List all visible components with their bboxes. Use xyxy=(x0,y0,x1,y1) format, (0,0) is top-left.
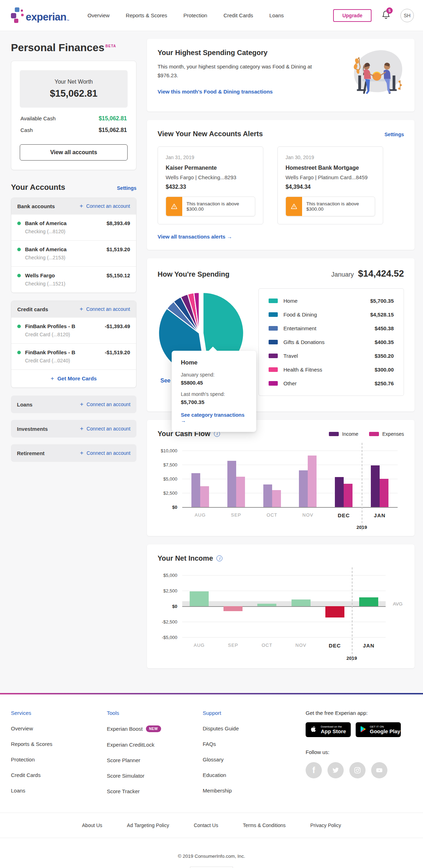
expenses-bar-nov[interactable] xyxy=(308,456,317,507)
connect-account-link[interactable]: + Connect an account xyxy=(80,401,130,408)
experian-logo[interactable]: experian ™ xyxy=(11,7,69,24)
net-worth-row-value: $15,062.81 xyxy=(99,127,127,133)
account-row[interactable]: Bank of America$8,393.49Checking (...812… xyxy=(11,214,136,240)
instagram-icon[interactable] xyxy=(349,762,366,778)
see-spending-link-partial[interactable]: See xyxy=(160,378,170,384)
net-income-bar-dec[interactable] xyxy=(325,606,344,617)
income-bar-nov[interactable] xyxy=(299,470,308,507)
legend-row[interactable]: Home$5,700.35 xyxy=(269,294,394,308)
alert-card[interactable]: Jan 31, 2019Kaiser PermanenteWells Fargo… xyxy=(158,146,263,224)
footer-link-loans[interactable]: Loans xyxy=(11,788,107,794)
expenses-bar-oct[interactable] xyxy=(272,490,281,507)
connect-account-link[interactable]: + Connect an account xyxy=(80,306,130,313)
nav-item-credit-cards[interactable]: Credit Cards xyxy=(223,12,253,18)
account-row[interactable]: FinBank Profiles - B-$1,519.20Credit Car… xyxy=(11,343,136,369)
mcafee-secure-badge[interactable]: McAfee SECURE xyxy=(190,867,233,868)
footer-link-overview[interactable]: Overview xyxy=(11,725,107,731)
nav-item-overview[interactable]: Overview xyxy=(87,12,110,18)
legend-row[interactable]: Food & Dining$4,528.15 xyxy=(269,308,394,321)
footer-column-title[interactable]: Support xyxy=(203,710,299,716)
logo-trademark: ™ xyxy=(66,19,69,24)
legal-link-privacy-policy[interactable]: Privacy Policy xyxy=(310,822,341,828)
legal-link-contact-us[interactable]: Contact Us xyxy=(194,822,218,828)
get-more-cards-link[interactable]: + Get More Cards xyxy=(11,369,136,387)
legend-row[interactable]: Gifts & Donations$400.35 xyxy=(269,335,394,349)
net-income-bar-sep[interactable] xyxy=(223,606,243,611)
footer-link-score-simulator[interactable]: Score Simulator xyxy=(107,773,203,779)
footer-columns: ServicesOverviewReports & ScoresProtecti… xyxy=(11,710,299,794)
view-all-transaction-alerts-link[interactable]: View all transactions alerts → xyxy=(158,234,232,240)
alert-merchant: Kaiser Permanente xyxy=(166,165,255,171)
alerts-settings-link[interactable]: Settings xyxy=(385,132,404,137)
legend-row[interactable]: Other$250.76 xyxy=(269,376,394,390)
footer-link-faqs[interactable]: FAQs xyxy=(203,741,299,747)
footer-link-score-planner[interactable]: Score Planner xyxy=(107,757,203,763)
footer-link-education[interactable]: Education xyxy=(203,772,299,778)
footer-link-protection[interactable]: Protection xyxy=(11,757,107,762)
connect-account-link[interactable]: + Connect an account xyxy=(80,450,130,457)
net-worth-value: $15,062.81 xyxy=(24,88,123,99)
footer-link-experian-creditlock[interactable]: Experian CreditLock xyxy=(107,742,203,748)
twitter-icon[interactable] xyxy=(327,762,344,778)
connect-account-link[interactable]: + Connect an account xyxy=(80,425,130,432)
see-category-transactions-link[interactable]: See category transactions → xyxy=(181,412,247,423)
net-income-bar-nov[interactable] xyxy=(292,599,311,606)
footer-column-tools: ToolsExperian BoostNEWExperian CreditLoc… xyxy=(107,710,203,794)
legend-row[interactable]: Entertainment$450.38 xyxy=(269,321,394,335)
avatar[interactable]: SH xyxy=(400,9,414,22)
footer-link-experian-boost[interactable]: Experian BoostNEW xyxy=(107,725,203,732)
legend-row[interactable]: Health & Fitness$300.00 xyxy=(269,363,394,376)
accounts-settings-link[interactable]: Settings xyxy=(117,185,136,191)
footer: ServicesOverviewReports & ScoresProtecti… xyxy=(0,694,423,868)
facebook-icon[interactable]: f xyxy=(306,762,322,778)
info-icon[interactable] xyxy=(216,555,222,561)
legal-link-terms-conditions[interactable]: Terms & Conditions xyxy=(243,822,286,828)
notifications-button[interactable]: 5 xyxy=(381,10,391,21)
footer-link-disputes-guide[interactable]: Disputes Guide xyxy=(203,725,299,731)
google-play-badge[interactable]: GET IT ONGoogle Play xyxy=(356,722,401,737)
legal-link-about-us[interactable]: About Us xyxy=(82,822,103,828)
income-bar-dec[interactable] xyxy=(335,477,344,507)
footer-link-reports-scores[interactable]: Reports & Scores xyxy=(11,741,107,747)
expenses-bar-dec[interactable] xyxy=(344,484,352,507)
connect-account-link[interactable]: + Connect an account xyxy=(80,203,130,210)
nav-item-loans[interactable]: Loans xyxy=(269,12,284,18)
upgrade-button[interactable]: Upgrade xyxy=(333,9,372,22)
alert-card[interactable]: Jan 30, 2019Homestreet Bank MortgageWell… xyxy=(277,146,383,224)
expenses-bar-aug[interactable] xyxy=(200,486,209,507)
footer-app-block: Get the free Experian app: Download on t… xyxy=(306,710,412,794)
footer-link-credit-cards[interactable]: Credit Cards xyxy=(11,772,107,778)
app-store-badge[interactable]: Download on theApp Store xyxy=(306,722,351,737)
view-all-accounts-button[interactable]: View all accounts xyxy=(20,144,128,161)
income-bar-aug[interactable] xyxy=(191,473,200,507)
legend-row[interactable]: Travel$350.20 xyxy=(269,349,394,363)
nav-item-protection[interactable]: Protection xyxy=(183,12,207,18)
net-income-bar-aug[interactable] xyxy=(190,591,209,606)
net-income-bar-jan[interactable] xyxy=(359,597,378,606)
expenses-bar-sep[interactable] xyxy=(236,477,245,507)
header-actions: Upgrade 5 SH xyxy=(333,9,414,22)
footer-column-title[interactable]: Tools xyxy=(107,710,203,716)
footer-link-glossary[interactable]: Glossary xyxy=(203,757,299,762)
nav-item-reports-scores[interactable]: Reports & Scores xyxy=(126,12,167,18)
alert-warning: This transaction is above $300.00 xyxy=(166,197,255,216)
tooltip-value-1: $5800.45 xyxy=(181,380,247,386)
footer-link-membership[interactable]: Membership xyxy=(203,788,299,794)
account-group-header: Credit cards+ Connect an account xyxy=(11,301,136,317)
income-bar-oct[interactable] xyxy=(263,484,272,507)
youtube-icon[interactable] xyxy=(371,762,387,778)
legal-link-ad-targeting-policy[interactable]: Ad Targeting Policy xyxy=(127,822,169,828)
account-row[interactable]: Bank of America$1,519.20Checking (...215… xyxy=(11,240,136,266)
alert-cards: Jan 31, 2019Kaiser PermanenteWells Fargo… xyxy=(158,146,404,224)
food-dining-transactions-link[interactable]: View this month's Food & Dining transact… xyxy=(158,89,273,95)
net-income-bar-oct[interactable] xyxy=(257,604,276,606)
account-row[interactable]: Wells Fargo$5,150.12Checking (...1521) xyxy=(11,266,136,293)
income-bar-jan[interactable] xyxy=(371,465,380,507)
average-label: AVG xyxy=(393,601,403,606)
income-bar-sep[interactable] xyxy=(227,461,236,507)
footer-link-score-tracker[interactable]: Score Tracker xyxy=(107,788,203,794)
expenses-bar-jan[interactable] xyxy=(380,479,388,507)
y-axis-tick: $7,500 xyxy=(163,462,177,468)
footer-column-title[interactable]: Services xyxy=(11,710,107,716)
account-row[interactable]: FinBank Profiles - B-$1,393.49Credit Car… xyxy=(11,317,136,343)
